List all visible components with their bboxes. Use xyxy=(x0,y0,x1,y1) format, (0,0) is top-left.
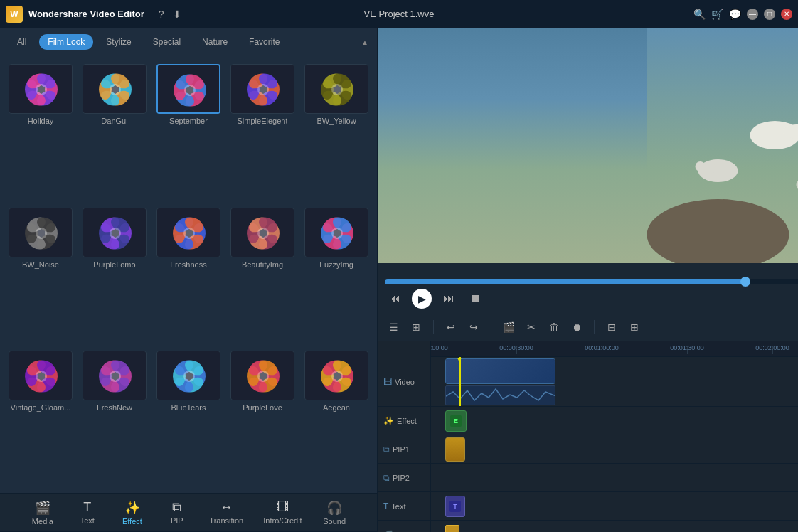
maximize-button[interactable]: □ xyxy=(764,9,775,20)
preview-timeline-bar[interactable] xyxy=(385,279,798,284)
tab-favorite[interactable]: Favorite xyxy=(240,34,288,50)
ruler-marks: 00:00:00:00 00:00:30:00 00:01:00:00 00:0… xyxy=(431,341,798,356)
effect-name: SimpleElegent xyxy=(238,117,288,125)
add-media-button[interactable]: 🎬 xyxy=(500,319,517,336)
delete-button[interactable]: 🗑 xyxy=(546,319,563,336)
effect-item-purplelomo[interactable]: PurpleLomo xyxy=(80,205,149,344)
text-button[interactable]: T Text xyxy=(68,497,107,528)
effect-name: DanGui xyxy=(101,117,127,125)
effects-grid: HolidayDanGuiSeptemberSimpleElegentBW_Ye… xyxy=(0,55,377,493)
effect-item-fuzzyimg[interactable]: FuzzyImg xyxy=(302,205,371,344)
help-icon[interactable]: ? xyxy=(159,9,164,20)
effect-item-simpleelegent[interactable]: SimpleElegent xyxy=(228,61,297,201)
waveform-svg xyxy=(446,386,555,405)
effect-item-bw-yellow[interactable]: BW_Yellow xyxy=(302,61,371,201)
chat-icon[interactable]: 💬 xyxy=(729,9,741,20)
close-button[interactable]: ✕ xyxy=(781,9,792,20)
effect-item-purplelove[interactable]: PurpleLove xyxy=(228,348,297,487)
stop-button[interactable]: ⏹ xyxy=(466,289,486,309)
svg-point-55 xyxy=(110,228,121,239)
tab-special[interactable]: Special xyxy=(144,34,189,50)
svg-point-15 xyxy=(110,84,121,95)
sound-button[interactable]: 🎧 Sound xyxy=(315,497,354,528)
effect-item-holiday[interactable]: Holiday xyxy=(6,61,75,201)
tab-nature[interactable]: Nature xyxy=(193,34,236,50)
effect-item-freshnew[interactable]: FreshNew xyxy=(80,348,149,487)
track-label-sound: 🎵 Sound xyxy=(378,521,430,532)
cut-button[interactable]: ✂ xyxy=(523,319,540,336)
effect-item-aegean[interactable]: Aegean xyxy=(302,348,371,487)
sound-track xyxy=(431,521,798,532)
skip-forward-button[interactable]: ⏭ xyxy=(439,289,459,309)
pip1-track-icon: ⧉ xyxy=(383,445,390,454)
effect-item-bw-noise[interactable]: BW_Noise xyxy=(6,205,75,344)
search-icon[interactable]: 🔍 xyxy=(693,9,706,20)
effect-label: Effect xyxy=(122,517,142,526)
titlebar: W Wondershare Video Editor ? ⬇ VE Projec… xyxy=(0,0,798,28)
effect-item-september[interactable]: September xyxy=(154,61,223,201)
svg-point-47 xyxy=(36,228,47,239)
minimize-button[interactable]: — xyxy=(747,9,758,20)
left-panel: All Film Look Stylize Special Nature Fav… xyxy=(0,28,378,532)
preview-video xyxy=(378,28,798,263)
effect-name: BlueTears xyxy=(171,403,206,412)
project-title: VE Project 1.wve xyxy=(364,9,435,19)
effect-name: FreshNew xyxy=(97,403,132,412)
merge-button[interactable]: ⊞ xyxy=(626,319,643,336)
sound-label: Sound xyxy=(323,517,346,526)
effect-name: FuzzyImg xyxy=(319,260,353,269)
video-clip[interactable] xyxy=(445,358,555,384)
timeline-toolbar: ☰ ⊞ ↩ ↪ 🎬 ✂ 🗑 ⏺ ⊟ ⊞ − xyxy=(378,313,798,341)
timeline-thumb[interactable] xyxy=(740,277,750,287)
storyboard-view-button[interactable]: ⊞ xyxy=(408,319,425,336)
transition-button[interactable]: ↔ Transition xyxy=(202,497,250,528)
intro-credit-button[interactable]: 🎞 Intro/Credit xyxy=(256,497,309,528)
effect-thumbnail xyxy=(156,351,220,400)
effect-item-freshness[interactable]: Freshness xyxy=(154,205,223,344)
effect-item-beautifyimg[interactable]: BeautifyImg xyxy=(228,205,297,344)
tab-film-look[interactable]: Film Look xyxy=(39,34,93,50)
tab-all[interactable]: All xyxy=(9,34,35,50)
pip1-track xyxy=(431,435,798,464)
intro-credit-label: Intro/Credit xyxy=(263,516,302,525)
media-label: Media xyxy=(32,517,53,526)
pip-button[interactable]: ⧉ PIP xyxy=(157,497,196,528)
text-label: Text xyxy=(80,516,95,525)
effect-thumbnail xyxy=(83,208,147,257)
time-ruler: 00:00:00:00 00:00:30:00 00:01:00:00 00:0… xyxy=(431,341,798,357)
intro-credit-icon: 🎞 xyxy=(276,500,289,515)
effect-thumbnail xyxy=(230,64,294,114)
redo-button[interactable]: ↪ xyxy=(465,319,482,336)
tab-stylize[interactable]: Stylize xyxy=(97,34,139,50)
effect-thumbnail xyxy=(304,64,368,114)
effect-item-vintage-gloam---[interactable]: Vintage_Gloam... xyxy=(6,348,75,487)
pip1-clip[interactable] xyxy=(445,437,465,462)
media-button[interactable]: 🎬 Media xyxy=(23,497,62,528)
effect-clip[interactable]: E xyxy=(445,410,467,432)
sound-icon: 🎧 xyxy=(326,500,342,516)
effect-item-dangui[interactable]: DanGui xyxy=(80,61,149,201)
effect-thumbnail xyxy=(9,208,73,257)
svg-point-103 xyxy=(183,371,195,382)
track-view-button[interactable]: ☰ xyxy=(385,319,402,336)
play-button[interactable]: ▶ xyxy=(412,289,432,309)
text-clip[interactable]: T xyxy=(445,496,465,517)
tracks-content[interactable]: 00:00:00:00 00:00:30:00 00:01:00:00 00:0… xyxy=(431,341,798,532)
undo-button[interactable]: ↩ xyxy=(442,319,459,336)
split-button[interactable]: ⊟ xyxy=(603,319,620,336)
sound-clip[interactable] xyxy=(445,525,459,532)
record-button[interactable]: ⏺ xyxy=(568,319,585,336)
right-panel: 00:00:12 / 00:00:30 ⏮ ▶ ⏭ ⏹ 🔊 xyxy=(378,28,798,532)
download-icon[interactable]: ⬇ xyxy=(173,9,181,20)
cart-icon[interactable]: 🛒 xyxy=(711,9,723,20)
svg-point-87 xyxy=(36,371,47,382)
effect-item-bluetears[interactable]: BlueTears xyxy=(154,348,223,487)
skip-back-button[interactable]: ⏮ xyxy=(385,289,405,309)
scrollbar-up[interactable]: ▲ xyxy=(361,38,368,46)
effect-thumbnail xyxy=(304,351,368,400)
effect-button[interactable]: ✨ Effect xyxy=(112,497,151,528)
svg-point-135 xyxy=(696,161,706,171)
track-labels: 🎞 Video ✨ Effect ⧉ PIP1 ⧉ PIP2 xyxy=(378,341,431,532)
pip2-track-icon: ⧉ xyxy=(383,473,390,483)
effect-name: PurpleLomo xyxy=(93,260,135,269)
